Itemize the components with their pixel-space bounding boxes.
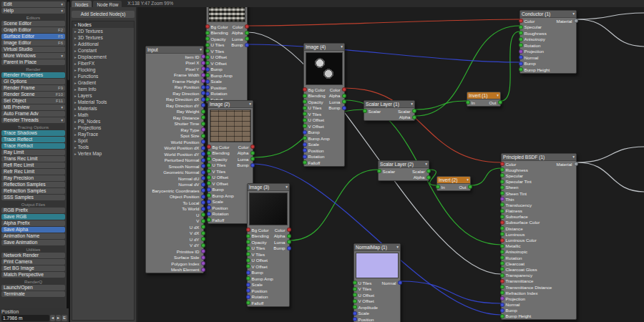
input-socket-luminous[interactable]: Luminous: [502, 232, 525, 237]
input-socket-scale[interactable]: Scale: [355, 311, 369, 316]
input-socket-specular-tint[interactable]: Specular Tint: [502, 179, 532, 184]
toolbar-scrollbar-handle[interactable]: [67, 1, 69, 80]
input-socket-blending[interactable]: Blending: [248, 233, 269, 238]
output-socket-ray-direction-dx[interactable]: Ray Direction dX: [166, 97, 203, 102]
input-socket-falloff[interactable]: Falloff: [305, 160, 320, 165]
node-principled-bsdf-1[interactable]: Principled BSDF (1)▾ColorMaterialRoughne…: [501, 153, 577, 320]
toolbar-button-ray-precision[interactable]: Ray Precision: [1, 175, 65, 181]
toolbar-button-auto-frame-adv[interactable]: Auto Frame Adv: [1, 111, 65, 117]
input-socket-opacity[interactable]: Opacity: [305, 99, 323, 104]
toolbar-button-render-frame[interactable]: Render FrameF9: [1, 85, 65, 91]
toolbar-button-trace-shadows[interactable]: Trace Shadows: [1, 130, 65, 136]
output-socket-ray-weight[interactable]: Ray Weight: [177, 109, 203, 114]
output-socket-mesh-element[interactable]: Mesh Element: [171, 267, 203, 272]
input-socket-scalar[interactable]: Scalar: [365, 109, 381, 114]
output-socket-alpha[interactable]: Alpha: [399, 114, 414, 119]
output-socket-luma[interactable]: Luma: [232, 36, 246, 42]
output-socket-surface-side[interactable]: Surface Side: [174, 255, 203, 260]
node-image-1[interactable]: Bg ColorColorBlendingAlphaOpacityLumaU T…: [206, 7, 248, 104]
input-socket-specular[interactable]: Specular: [521, 24, 542, 29]
output-socket-geometric-normal[interactable]: Geometric Normal: [163, 170, 203, 175]
input-socket-in[interactable]: In: [468, 100, 475, 105]
input-socket-rotation[interactable]: Rotation: [502, 255, 522, 260]
input-socket-position[interactable]: Position: [305, 148, 324, 153]
output-socket-object-position[interactable]: Object Position: [170, 194, 203, 199]
toolbar-button-graph-editor[interactable]: Graph EditorF2: [1, 27, 65, 33]
input-socket-rotation[interactable]: Rotation: [208, 91, 228, 96]
tree-item-flocking[interactable]: ▸Flocking: [72, 67, 134, 73]
tree-item-materials[interactable]: ▸Materials: [72, 105, 134, 112]
output-socket-normal-dv[interactable]: Normal dV: [178, 182, 203, 187]
input-socket-position[interactable]: Position: [208, 85, 227, 90]
output-socket-v-dx[interactable]: V dX: [190, 230, 203, 235]
input-socket-v-tiles[interactable]: V Tiles: [355, 286, 371, 291]
wire-5[interactable]: [501, 31, 519, 101]
output-socket-color[interactable]: Color: [330, 87, 343, 92]
input-socket-bump-amp[interactable]: Bump Amp: [208, 73, 233, 78]
output-socket-alpha[interactable]: Alpha: [274, 233, 288, 238]
input-socket-u-offset[interactable]: U Offset: [248, 258, 268, 263]
input-socket-bump-amp[interactable]: Bump Amp: [209, 193, 234, 198]
input-socket-sheen[interactable]: Sheen: [502, 185, 518, 190]
toolbar-button-surface-editor[interactable]: Surface EditorF5: [1, 34, 65, 39]
node-title-bar[interactable]: Image (3)▾: [248, 184, 289, 191]
output-socket-ray-position[interactable]: Ray Position: [175, 84, 203, 89]
input-socket-anisotropy[interactable]: Anisotropy: [521, 36, 545, 42]
input-socket-bump[interactable]: Bump: [208, 67, 223, 72]
toolbar-button-image-editor[interactable]: Image EditorF6: [1, 40, 65, 46]
wire-15[interactable]: [577, 147, 644, 162]
input-socket-roughness[interactable]: Roughness: [502, 167, 528, 172]
input-socket-sheen-tint[interactable]: Sheen Tint: [502, 191, 527, 196]
output-socket-luma[interactable]: Luma: [274, 240, 288, 245]
input-socket-bg-color[interactable]: Bg Color: [305, 87, 326, 92]
toolbar-button-trace-refract[interactable]: Trace Refract: [1, 143, 65, 149]
toolbar-button-render-threads[interactable]: Render Threads▾: [1, 117, 65, 123]
toolbar-button-help[interactable]: Help▾: [1, 8, 65, 14]
input-socket-blending[interactable]: Blending: [208, 30, 228, 35]
toolbar-button-match-perspective[interactable]: Match Perspective: [1, 272, 65, 278]
input-socket-u-tiles[interactable]: U Tiles: [208, 42, 224, 47]
toolbar-button-trace-reflect[interactable]: Trace Reflect: [1, 137, 65, 142]
input-socket-bump[interactable]: Bump: [209, 187, 224, 192]
input-socket-position[interactable]: Position: [248, 288, 268, 293]
input-socket-scale[interactable]: Scale: [305, 142, 319, 147]
toolbar-button-terminate[interactable]: Terminate: [1, 291, 65, 297]
toolbar-button-refr-rec-limit[interactable]: Refr Rec Limit: [1, 169, 65, 175]
node-title-bar[interactable]: Image (2)▾: [208, 101, 253, 108]
output-socket-ray-direction-dy[interactable]: Ray Direction dY: [166, 103, 203, 108]
input-socket-v-offset[interactable]: V Offset: [305, 124, 324, 129]
input-socket-u-tiles[interactable]: U Tiles: [355, 280, 371, 286]
tree-item-item-info[interactable]: ▸Item Info: [72, 86, 134, 92]
toolbar-button-scene-editor[interactable]: Scene Editor: [1, 21, 65, 26]
input-socket-bump-height[interactable]: Bump Height: [502, 313, 531, 318]
tree-item-vertex-map[interactable]: ▸Vertex Map: [72, 150, 134, 157]
tree-item-material-tools[interactable]: ▸Material Tools: [72, 99, 134, 105]
output-socket-u[interactable]: U: [196, 213, 203, 218]
input-socket-u-offset[interactable]: U Offset: [305, 117, 324, 122]
add-selected-nodes-button[interactable]: Add Selected Node(s): [72, 11, 135, 18]
tree-item-constant[interactable]: ▸Constant: [72, 47, 134, 54]
toolbar-button-reflection-samples[interactable]: Reflection Samples: [1, 182, 65, 187]
input-socket-bump[interactable]: Bump: [502, 308, 517, 313]
tree-item-displacement[interactable]: ▸Displacement: [72, 54, 134, 60]
input-socket-v-tiles[interactable]: V Tiles: [208, 49, 224, 54]
tree-root[interactable]: ▾Nodes: [72, 21, 134, 28]
input-socket-v-tiles[interactable]: V Tiles: [209, 169, 225, 174]
input-socket-specular[interactable]: Specular: [502, 173, 523, 178]
toolbar-button-ray-limit[interactable]: Ray Limit: [1, 150, 65, 155]
node-title-bar[interactable]: NormalMap (1)▾: [354, 244, 400, 251]
toolbar-button-save-animation[interactable]: Save Animation: [1, 240, 65, 245]
input-socket-rotation[interactable]: Rotation: [305, 154, 325, 159]
toolbar-button-refl-rec-limit[interactable]: Refl Rec Limit: [1, 162, 65, 168]
input-socket-position[interactable]: Position: [209, 205, 228, 210]
output-socket-frame-height[interactable]: Frame Height: [172, 79, 203, 84]
tree-item-tools[interactable]: ▸Tools: [72, 144, 134, 150]
input-socket-normal[interactable]: Normal: [502, 302, 519, 307]
output-socket-v-dy[interactable]: V dY: [190, 243, 203, 248]
input-socket-subsurface-color[interactable]: Subsurface Color: [502, 220, 540, 225]
input-socket-position[interactable]: Position: [355, 317, 374, 322]
node-image-3[interactable]: Image (3)▾Bg ColorColorBlendingAlphaOpac…: [247, 183, 290, 307]
toolbar-button-save-rgb[interactable]: Save RGB: [1, 214, 65, 220]
input-socket-falloff[interactable]: Falloff: [209, 218, 224, 223]
toolbar-button-render-properties[interactable]: Render Properties: [1, 72, 65, 78]
